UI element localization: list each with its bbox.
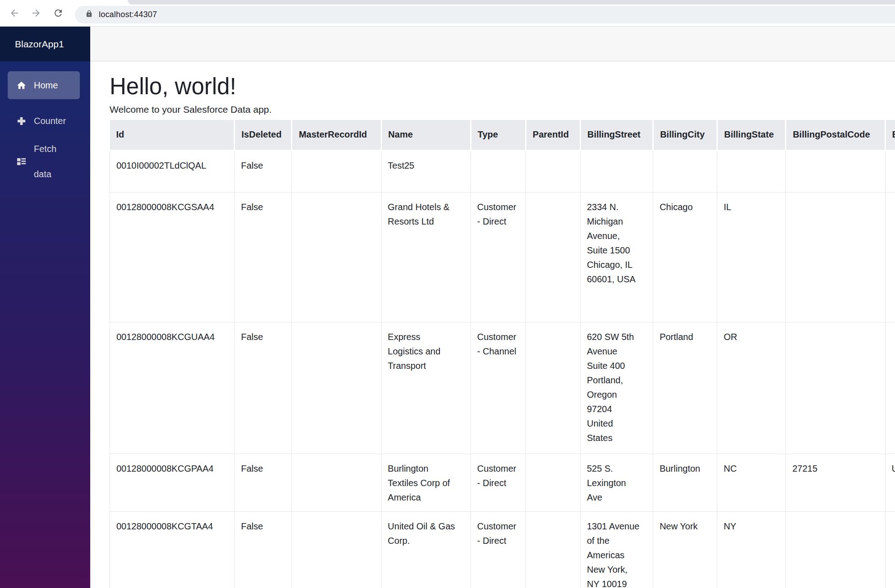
cell — [885, 150, 895, 192]
url-text: localhost:44307 — [99, 10, 157, 19]
forward-arrow-icon — [31, 8, 42, 20]
reload-icon — [53, 8, 64, 20]
home-icon — [16, 80, 27, 91]
table-row: 00128000008KCGTAA4FalseUnited Oil & Gas … — [110, 511, 895, 588]
cell: NY — [717, 511, 786, 588]
cell — [653, 150, 717, 192]
cell — [471, 150, 526, 192]
sidebar-item-counter[interactable]: Counter — [8, 107, 80, 134]
cell — [292, 454, 381, 511]
accounts-table: IdIsDeletedMasterRecordIdNameTypeParentI… — [110, 120, 895, 588]
plus-icon — [16, 115, 27, 126]
cell: Customer - Direct — [471, 511, 526, 588]
cell — [786, 511, 885, 588]
address-bar[interactable]: localhost:44307 — [75, 6, 895, 23]
cell: 1301 Avenue of the Americas New York, NY… — [580, 511, 653, 588]
sidebar-item-fetch-data[interactable]: Fetch data — [8, 139, 80, 184]
browser-forward-button[interactable] — [30, 7, 42, 20]
cell — [786, 192, 885, 322]
table-row: 00128000008KCGPAA4FalseBurlington Textil… — [110, 454, 895, 511]
column-header: BillingState — [717, 120, 786, 150]
cell: Grand Hotels & Resorts Ltd — [381, 192, 471, 322]
cell: NC — [717, 454, 786, 511]
cell — [526, 454, 580, 511]
cell: 00128000008KCGPAA4 — [110, 454, 235, 511]
browser-reload-button[interactable] — [52, 7, 65, 20]
cell: False — [235, 150, 292, 192]
cell — [580, 150, 653, 192]
cell: Burlington — [653, 454, 717, 511]
tab-strip[interactable] — [128, 0, 895, 5]
cell: False — [235, 511, 292, 588]
column-header: BillingPostalCode — [786, 120, 885, 150]
cell — [885, 511, 895, 588]
cell: IL — [717, 192, 786, 322]
cell: 525 S. Lexington Ave — [580, 454, 653, 511]
cell: Portland — [653, 322, 717, 454]
cell: 00128000008KCGSAA4 — [110, 192, 235, 322]
browser-toolbar: localhost:44307 — [0, 0, 895, 27]
cell: OR — [717, 322, 786, 454]
cell: New York — [653, 511, 717, 588]
cell — [717, 150, 786, 192]
page-title: Hello, world! — [110, 73, 895, 100]
sidebar-item-home[interactable]: Home — [8, 71, 80, 99]
table-header-row: IdIsDeletedMasterRecordIdNameTypeParentI… — [110, 120, 895, 150]
column-header: B — [885, 120, 895, 150]
back-arrow-icon — [9, 8, 20, 20]
cell: Chicago — [653, 192, 717, 322]
sidebar-item-label: Fetch data — [34, 136, 67, 187]
cell — [885, 192, 895, 322]
cell: Customer - Direct — [471, 192, 526, 322]
cell: 00128000008KCGUAA4 — [110, 322, 235, 454]
app-brand[interactable]: BlazorApp1 — [0, 27, 90, 61]
cell: Test25 — [381, 150, 471, 192]
cell — [292, 511, 381, 588]
cell — [885, 322, 895, 454]
cell: 0010I00002TLdClQAL — [110, 150, 235, 192]
lock-icon[interactable] — [75, 10, 93, 19]
column-header: IsDeleted — [235, 120, 292, 150]
main-top-row — [90, 27, 895, 61]
cell: Burlington Textiles Corp of America — [381, 454, 471, 511]
table-row: 00128000008KCGSAA4FalseGrand Hotels & Re… — [110, 192, 895, 322]
column-header: Type — [471, 120, 526, 150]
table-row: 0010I00002TLdClQALFalseTest25 — [110, 150, 895, 192]
main-content: Hello, world! Welcome to your Salesforce… — [90, 61, 895, 588]
cell: False — [235, 322, 292, 454]
cell — [292, 150, 381, 192]
cell: 2334 N. Michigan Avenue, Suite 1500 Chic… — [580, 192, 653, 322]
cell — [526, 150, 580, 192]
cell: False — [235, 454, 292, 511]
sidebar-item-label: Counter — [34, 116, 66, 126]
welcome-text: Welcome to your Salesforce Data app. — [110, 104, 895, 115]
cell: Customer - Direct — [471, 454, 526, 511]
table-row: 00128000008KCGUAA4FalseExpress Logistics… — [110, 322, 895, 454]
cell: 620 SW 5th Avenue Suite 400 Portland, Or… — [580, 322, 653, 454]
column-header: MasterRecordId — [292, 120, 381, 150]
table-body: 0010I00002TLdClQALFalseTest2500128000008… — [110, 150, 895, 588]
cell — [292, 192, 381, 322]
cell: 27215 — [786, 454, 885, 511]
column-header: Name — [381, 120, 471, 150]
column-header: BillingStreet — [580, 120, 653, 150]
cell: False — [235, 192, 292, 322]
cell — [786, 322, 885, 454]
cell: United Oil & Gas Corp. — [381, 511, 471, 588]
column-header: BillingCity — [653, 120, 717, 150]
cell — [292, 322, 381, 454]
cell: 00128000008KCGTAA4 — [110, 511, 235, 588]
cell — [526, 511, 580, 588]
cell — [786, 150, 885, 192]
nav-list: Home Counter Fetch data — [0, 61, 90, 184]
list-icon — [16, 156, 27, 167]
column-header: Id — [110, 120, 235, 150]
sidebar-item-label: Home — [34, 80, 58, 91]
browser-back-button[interactable] — [8, 7, 21, 20]
cell: U — [885, 454, 895, 511]
cell: Customer - Channel — [471, 322, 526, 454]
cell: Express Logistics and Transport — [381, 322, 471, 454]
column-header: ParentId — [526, 120, 580, 150]
sidebar: Home Counter Fetch data — [0, 61, 90, 588]
cell — [526, 322, 580, 454]
